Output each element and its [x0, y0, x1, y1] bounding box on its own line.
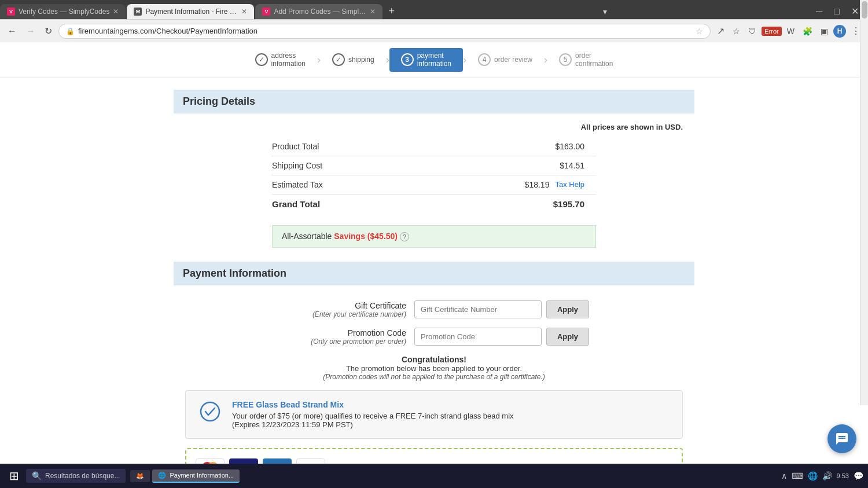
chat-button[interactable] [827, 424, 856, 453]
price-row-tax: Estimated Tax $18.19 Tax Help [272, 175, 596, 195]
ext-button-1[interactable]: W [784, 25, 797, 38]
payment-form: Gift Certificate (Enter your certificate… [174, 295, 694, 488]
steps-bar: ✓ address information › ✓ shipping › 3 p… [0, 42, 868, 78]
gift-cert-apply-button[interactable]: Apply [546, 300, 589, 318]
step-icon-payment: 3 [401, 53, 414, 66]
estimated-tax-value: $18.19 [525, 180, 550, 189]
tab-payment-info[interactable]: M Payment Information - Fire Mo... ✕ [127, 4, 254, 19]
tray-expand-icon[interactable]: ∧ [781, 471, 787, 480]
gift-cert-label: Gift Certificate [279, 301, 406, 310]
tray-network-icon[interactable]: 🌐 [808, 471, 818, 480]
pricing-table: Product Total $163.00 Shipping Cost $14.… [272, 137, 596, 214]
taskbar-search-icon: 🔍 [32, 471, 42, 480]
share-button[interactable]: ↗ [714, 24, 727, 38]
congrats-title: Congratulations! [272, 355, 596, 364]
currency-note: All prices are shown in USD. [174, 123, 694, 131]
address-bar-row: ← → ↻ 🔒 firemountaingems.com/Checkout/Pa… [0, 19, 868, 42]
tab-menu-button[interactable]: ▾ [598, 7, 612, 16]
main-container: Pricing Details All prices are shown in … [174, 78, 694, 488]
back-button[interactable]: ← [5, 24, 20, 39]
price-row-grand-total: Grand Total $195.70 [272, 195, 596, 214]
new-tab-button[interactable]: + [384, 5, 399, 17]
promo-check-icon [200, 401, 220, 426]
reload-button[interactable]: ↻ [42, 23, 55, 39]
promo-code-apply-button[interactable]: Apply [546, 328, 589, 346]
payment-section: Payment Information Gift Certificate (En… [174, 262, 694, 488]
tab-favicon-1: V [7, 8, 15, 16]
step-shipping[interactable]: ✓ shipping [321, 50, 386, 69]
shipping-cost-label: Shipping Cost [272, 161, 322, 170]
estimated-tax-label: Estimated Tax [272, 180, 323, 189]
savings-label: All-Assortable [282, 232, 332, 241]
tab-favicon-3: V [262, 8, 270, 16]
step-order-review[interactable]: 4 order review [466, 50, 544, 69]
taskbar-app-payment[interactable]: 🌐 Payment Information... [152, 469, 240, 483]
tray-volume-icon[interactable]: 🔊 [822, 471, 832, 480]
step-address[interactable]: ✓ address information [244, 48, 317, 72]
step-label-review: order review [494, 56, 532, 64]
address-bar[interactable]: 🔒 firemountaingems.com/Checkout/PaymentI… [58, 24, 711, 39]
bookmark-button[interactable]: ☆ [730, 25, 743, 38]
product-total-value: $163.00 [555, 142, 584, 151]
tab-close-3[interactable]: ✕ [370, 8, 376, 16]
product-total-label: Product Total [272, 142, 319, 151]
payment-section-header: Payment Information [174, 262, 694, 285]
forward-button[interactable]: → [23, 24, 38, 39]
browser-actions: ↗ ☆ 🛡 Error W 🧩 ▣ H ⋮ [714, 24, 863, 38]
shield-button[interactable]: 🛡 [745, 25, 759, 38]
promo-code-input[interactable] [414, 328, 542, 346]
error-button[interactable]: Error [762, 27, 781, 36]
step-sep-2: › [386, 54, 389, 66]
scrollbar-thumb[interactable] [862, 1, 867, 19]
puzzle-button[interactable]: 🧩 [800, 25, 815, 38]
savings-word: Savings [334, 232, 367, 241]
taskbar-app-firefox[interactable]: 🦊 [130, 470, 150, 482]
scrollbar[interactable] [860, 0, 868, 405]
step-label-confirm: order confirmation [575, 52, 613, 68]
taskbar-tray: ∧ ⌨ 🌐 🔊 9:53 💬 [781, 471, 863, 480]
promo-code-sublabel: (Only one promotion per order) [279, 337, 406, 346]
promo-code-label-group: Promotion Code (Only one promotion per o… [279, 328, 406, 346]
step-confirmation[interactable]: 5 order confirmation [547, 48, 624, 72]
step-label-payment: payment information [417, 52, 451, 68]
tray-keyboard-icon[interactable]: ⌨ [792, 471, 803, 480]
price-row-shipping: Shipping Cost $14.51 [272, 156, 596, 175]
tab-title-1: Verify Codes — SimplyCodes [19, 8, 109, 16]
congrats-text: The promotion below has been applied to … [272, 364, 596, 373]
grand-total-value: $195.70 [553, 199, 584, 209]
sidebar-button[interactable]: ▣ [818, 25, 831, 38]
start-button[interactable]: ⊞ [5, 467, 24, 485]
step-label-shipping: shipping [348, 56, 374, 64]
gift-cert-row: Gift Certificate (Enter your certificate… [174, 300, 694, 318]
minimize-button[interactable]: ─ [811, 4, 827, 19]
chrome-icon: 🌐 [158, 472, 166, 479]
profile-button[interactable]: H [833, 25, 846, 38]
promo-desc: Your order of $75 (or more) qualifies to… [232, 412, 514, 429]
maximize-button[interactable]: □ [829, 4, 844, 19]
page-content: ✓ address information › ✓ shipping › 3 p… [0, 42, 868, 488]
tab-close-1[interactable]: ✕ [113, 8, 119, 16]
tax-help-link[interactable]: Tax Help [555, 180, 584, 189]
step-payment[interactable]: 3 payment information [389, 48, 463, 72]
step-icon-review: 4 [478, 53, 491, 66]
gift-cert-input[interactable] [414, 300, 542, 318]
lock-icon: 🔒 [66, 27, 75, 35]
address-text: firemountaingems.com/Checkout/PaymentInf… [78, 27, 692, 35]
gift-cert-sublabel: (Enter your certificate number) [279, 310, 406, 318]
pricing-section-header: Pricing Details [174, 90, 694, 113]
promo-title[interactable]: FREE Glass Bead Strand Mix [232, 400, 344, 409]
tray-notification-icon[interactable]: 💬 [854, 471, 863, 480]
tab-verify-codes[interactable]: V Verify Codes — SimplyCodes ✕ [0, 4, 126, 19]
svg-point-0 [201, 402, 219, 421]
star-icon[interactable]: ☆ [696, 27, 703, 36]
tab-close-2[interactable]: ✕ [241, 8, 247, 16]
promo-code-row: Promotion Code (Only one promotion per o… [174, 328, 694, 346]
taskbar-search[interactable]: 🔍 Resultados de búsque... [26, 469, 126, 483]
tab-add-promo[interactable]: V Add Promo Codes — SimplyC... ✕ [255, 4, 382, 19]
step-label-address: address information [271, 52, 306, 68]
promo-info: FREE Glass Bead Strand Mix Your order of… [232, 400, 514, 429]
tab-favicon-2: M [134, 8, 142, 16]
taskbar-apps: 🦊 🌐 Payment Information... [130, 469, 240, 483]
savings-help-icon[interactable]: ? [400, 232, 409, 241]
promo-result: FREE Glass Bead Strand Mix Your order of… [185, 390, 683, 439]
